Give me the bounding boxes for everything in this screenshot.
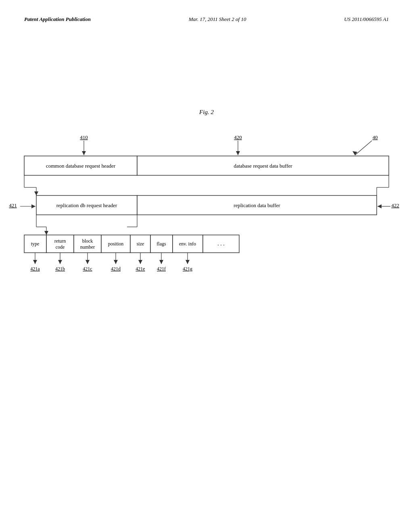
svg-rect-2 — [137, 156, 389, 175]
svg-text:block: block — [82, 238, 93, 244]
svg-text:size: size — [137, 241, 144, 247]
figure-area: Fig. 2 common database request header da… — [24, 109, 389, 281]
svg-rect-38 — [46, 235, 74, 253]
svg-text:flags: flags — [156, 241, 166, 247]
figure-title: Fig. 2 — [24, 109, 389, 116]
svg-text:code: code — [56, 244, 65, 250]
svg-rect-22 — [137, 195, 377, 215]
svg-marker-29 — [378, 204, 382, 208]
diagram-svg: common database request header database … — [24, 128, 389, 281]
svg-marker-58 — [58, 260, 62, 264]
page: Patent Application Publication Mar. 17, … — [0, 0, 413, 532]
svg-rect-20 — [36, 195, 137, 215]
svg-text:database request data buffer: database request data buffer — [234, 163, 292, 169]
svg-marker-18 — [34, 191, 38, 195]
svg-text:421a: 421a — [30, 266, 40, 272]
svg-text:421d: 421d — [111, 266, 121, 272]
svg-text:40: 40 — [373, 134, 378, 140]
svg-marker-61 — [86, 260, 90, 264]
svg-text:421: 421 — [9, 202, 17, 208]
svg-text:number: number — [80, 244, 95, 250]
svg-text:replication data buffer: replication data buffer — [234, 202, 280, 208]
svg-text:421b: 421b — [55, 266, 65, 272]
svg-text:. . .: . . . — [217, 241, 225, 247]
svg-text:common database request header: common database request header — [46, 163, 116, 169]
svg-marker-12 — [236, 151, 240, 155]
svg-rect-50 — [173, 235, 203, 253]
svg-rect-41 — [74, 235, 101, 253]
svg-text:type: type — [31, 241, 40, 247]
header-publication-label: Patent Application Publication — [24, 16, 91, 23]
svg-marker-70 — [159, 260, 163, 264]
header-patent-number: US 2011/0066595 A1 — [344, 16, 389, 23]
svg-text:422: 422 — [391, 202, 399, 208]
svg-text:421e: 421e — [136, 266, 145, 272]
svg-text:421g: 421g — [183, 266, 192, 272]
svg-marker-26 — [31, 204, 35, 208]
svg-marker-67 — [138, 260, 142, 264]
svg-text:420: 420 — [234, 134, 242, 140]
svg-text:replication db request header: replication db request header — [56, 202, 117, 208]
svg-rect-46 — [130, 235, 150, 253]
svg-rect-44 — [101, 235, 130, 253]
svg-rect-52 — [203, 235, 239, 253]
svg-marker-9 — [82, 151, 86, 155]
svg-text:env. info: env. info — [179, 241, 196, 247]
svg-text:return: return — [54, 238, 66, 244]
page-header: Patent Application Publication Mar. 17, … — [24, 16, 389, 23]
diagram: common database request header database … — [24, 128, 389, 281]
svg-text:position: position — [108, 241, 124, 247]
svg-rect-0 — [24, 156, 137, 175]
svg-line-5 — [355, 141, 372, 155]
svg-rect-48 — [150, 235, 173, 253]
svg-text:410: 410 — [80, 134, 88, 140]
svg-marker-73 — [186, 260, 190, 264]
svg-marker-64 — [114, 260, 118, 264]
svg-marker-6 — [353, 151, 357, 155]
svg-rect-36 — [24, 235, 46, 253]
svg-text:421c: 421c — [83, 266, 92, 272]
svg-marker-35 — [44, 231, 48, 235]
svg-marker-55 — [33, 260, 37, 264]
svg-text:421f: 421f — [157, 266, 166, 272]
header-date-sheet: Mar. 17, 2011 Sheet 2 of 10 — [189, 16, 246, 23]
